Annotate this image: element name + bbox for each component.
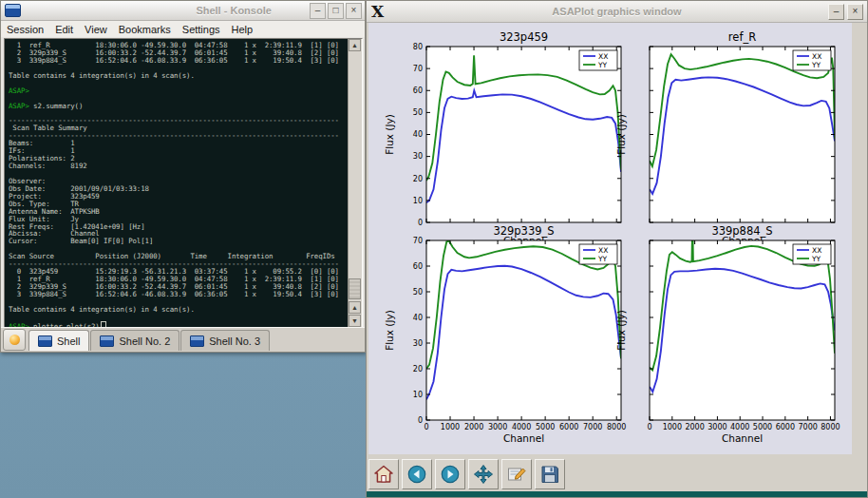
- menu-session[interactable]: Session: [1, 24, 49, 35]
- home-button[interactable]: [368, 459, 399, 489]
- svg-text:6000: 6000: [559, 423, 578, 431]
- terminal-output[interactable]: 1 ref_R 18:30:06.0 -49.59.30.0 04:47:58 …: [5, 39, 349, 327]
- terminal-icon: [190, 335, 204, 347]
- save-button[interactable]: [535, 459, 565, 489]
- svg-text:8000: 8000: [607, 423, 626, 431]
- scroll-up-icon[interactable]: ▲: [349, 301, 361, 314]
- svg-text:2000: 2000: [464, 423, 483, 431]
- menu-settings[interactable]: Settings: [177, 24, 226, 35]
- maximize-icon[interactable]: □: [328, 3, 344, 19]
- svg-text:1000: 1000: [441, 423, 460, 431]
- minimize-icon[interactable]: –: [828, 4, 844, 20]
- terminal-line: Table contains 4 integration(s) in 4 sca…: [9, 72, 349, 80]
- svg-text:40: 40: [413, 314, 423, 322]
- tab-shell[interactable]: Shell: [28, 330, 89, 351]
- home-icon: [373, 464, 394, 485]
- svg-text:8000: 8000: [821, 423, 840, 431]
- terminal-line: ASAP> s2.summary(): [9, 103, 349, 110]
- asaplot-titlebar[interactable]: X ASAPlot graphics window – ×: [367, 1, 867, 23]
- svg-text:70: 70: [413, 237, 423, 245]
- svg-text:30: 30: [413, 152, 423, 161]
- scroll-down-icon[interactable]: ▼: [349, 315, 361, 327]
- svg-text:7000: 7000: [798, 423, 817, 431]
- terminal-line: Table contains 4 integration(s) in 4 sca…: [9, 306, 349, 314]
- svg-text:0: 0: [418, 219, 423, 227]
- svg-text:3000: 3000: [708, 423, 726, 431]
- svg-text:6000: 6000: [776, 423, 795, 431]
- asaplot-window: X ASAPlot graphics window – × 0102030405…: [366, 0, 868, 498]
- terminal-line: ASAP>: [9, 87, 349, 95]
- y-axis-label: Flux (Jy): [384, 310, 395, 351]
- svg-text:3000: 3000: [488, 423, 507, 431]
- konsole-tabbar: Shell Shell No. 2 Shell No. 3: [1, 327, 365, 352]
- back-arrow-icon: [406, 464, 427, 485]
- plot-canvas[interactable]: 01020304050607080323p459ChannelFlux (Jy)…: [368, 23, 852, 454]
- svg-text:0: 0: [424, 423, 428, 431]
- subplot-339p884_S: 010002000300040005000600070008000339p884…: [615, 220, 840, 444]
- terminal-line: Channels: 8192: [9, 163, 349, 170]
- svg-text:10: 10: [413, 391, 423, 399]
- terminal-line: [9, 170, 349, 178]
- svg-text:5000: 5000: [536, 423, 555, 431]
- svg-text:5000: 5000: [753, 423, 772, 431]
- new-session-icon: [9, 335, 20, 345]
- plot-title: 329p339_S: [493, 224, 554, 238]
- window-bottom-strip: [367, 491, 867, 497]
- x11-icon: X: [371, 2, 384, 21]
- scroll-up-icon[interactable]: ▲: [349, 39, 361, 51]
- terminal-frame: 1 ref_R 18:30:06.0 -49.59.30.0 04:47:58 …: [4, 38, 363, 328]
- close-icon[interactable]: ×: [847, 4, 863, 20]
- scrollbar-thumb[interactable]: [349, 278, 361, 299]
- plot-title: ref_R: [728, 30, 756, 44]
- svg-text:0: 0: [647, 423, 651, 431]
- svg-text:30: 30: [413, 339, 423, 348]
- asaplot-title: ASAPlot graphics window: [552, 6, 681, 17]
- svg-text:80: 80: [413, 43, 423, 51]
- terminal-line: [9, 314, 349, 321]
- konsole-window: Shell - Konsole – □ × Session Edit View …: [0, 0, 366, 353]
- tab-label: Shell No. 2: [119, 335, 170, 347]
- menu-bookmarks[interactable]: Bookmarks: [113, 24, 177, 35]
- tab-label: Shell: [57, 335, 80, 347]
- pan-move-icon: [473, 464, 494, 485]
- svg-text:4000: 4000: [512, 423, 531, 431]
- konsole-titlebar[interactable]: Shell - Konsole – □ ×: [1, 1, 365, 21]
- svg-text:1000: 1000: [663, 423, 682, 431]
- terminal-line: 3 339p884_S 16:52:04.6 -46.08.33.9 06:36…: [9, 291, 349, 298]
- subplot-329p339_S: 0100020003000400050006000700080000102030…: [384, 224, 626, 444]
- minimize-icon[interactable]: –: [310, 3, 326, 19]
- legend-label: YY: [811, 61, 821, 69]
- tab-shell-2[interactable]: Shell No. 2: [90, 330, 179, 351]
- menu-view[interactable]: View: [79, 24, 113, 35]
- subplots-button[interactable]: [501, 459, 532, 489]
- pan-button[interactable]: [468, 459, 499, 489]
- svg-text:60: 60: [413, 86, 423, 95]
- konsole-menubar: Session Edit View Bookmarks Settings Hel…: [1, 21, 365, 37]
- terminal-icon: [38, 335, 52, 347]
- new-session-button[interactable]: [3, 329, 26, 351]
- terminal-line: 3 339p884_S 16:52:04.6 -46.08.33.9 06:36…: [9, 57, 349, 65]
- menu-help[interactable]: Help: [226, 24, 259, 35]
- svg-text:4000: 4000: [730, 423, 749, 431]
- forward-button[interactable]: [435, 459, 465, 489]
- close-icon[interactable]: ×: [346, 3, 362, 19]
- subplot-config-icon: [506, 464, 527, 485]
- tab-shell-3[interactable]: Shell No. 3: [180, 330, 270, 351]
- plot-title: 339p884_S: [711, 224, 772, 238]
- back-button[interactable]: [402, 459, 432, 489]
- terminal-line: Cursor: Beam[0] IF[0] Pol[1]: [9, 238, 349, 245]
- svg-text:2000: 2000: [685, 423, 704, 431]
- svg-text:0: 0: [418, 416, 423, 425]
- terminal-line: [9, 80, 349, 87]
- plot-toolbar: [368, 458, 565, 490]
- legend-label: YY: [811, 255, 821, 263]
- konsole-app-icon: [5, 4, 21, 17]
- terminal-scrollbar[interactable]: ▲ ▲ ▼: [348, 39, 362, 327]
- legend-label: XX: [812, 52, 821, 61]
- svg-text:7000: 7000: [583, 423, 602, 431]
- svg-text:50: 50: [413, 108, 423, 117]
- legend-label: YY: [597, 255, 608, 263]
- x-axis-label: Channel: [503, 432, 544, 444]
- svg-text:10: 10: [413, 197, 423, 205]
- menu-edit[interactable]: Edit: [49, 24, 79, 35]
